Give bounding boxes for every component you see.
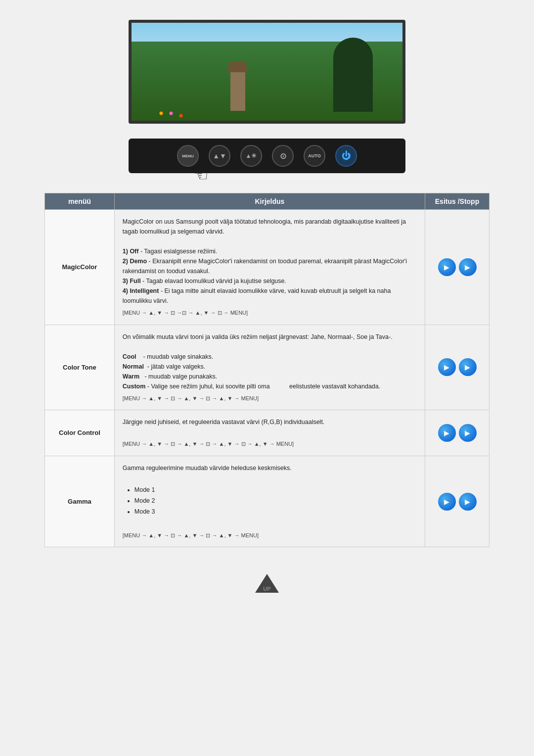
table-row: Color Tone On võimalik muuta värvi tooni… [45,325,490,410]
monitor-image [129,20,405,124]
desc-colortone: On võimalik muuta värvi tooni ja valida … [114,325,425,410]
up-button-area: UP [253,572,281,595]
action-colortone: ▶ ▶ [425,325,490,410]
menu-item-colorcontrol: Color Control [45,410,115,456]
col-header-desc: Kirjeldus [114,193,425,210]
menu-button[interactable]: MENU [177,145,199,167]
menu-item-colortone: Color Tone [45,325,115,410]
table-row: MagicColor MagicColor on uus Samsungi po… [45,210,490,325]
play-button[interactable]: ▶ [438,493,456,511]
menu-item-gamma: Gamma [45,456,115,547]
action-magiccolor: ▶ ▶ [425,210,490,325]
stop-button[interactable]: ▶ [459,424,477,442]
play-stop-buttons[interactable]: ▶ ▶ [433,258,481,276]
finger-pointer-icon: ☞ [193,165,209,186]
menu-item-magiccolor: MagicColor [45,210,115,325]
brightness-button[interactable]: ▲☀ [240,145,262,167]
up-button[interactable]: UP [253,572,281,595]
desc-gamma: Gamma reguleerimine muudab värvide heled… [114,456,425,547]
list-item: Mode 2 [134,496,417,506]
svg-text:UP: UP [263,586,270,592]
stop-button[interactable]: ▶ [459,358,477,376]
gamma-modes-list: Mode 1 Mode 2 Mode 3 [123,485,417,517]
feature-table: menüü Kirjeldus Esitus /Stopp MagicColor… [44,193,490,547]
control-panel: MENU ▲▼ ▲☀ ⊙ AUTO ⏻ ☞ [129,139,405,173]
desc-colorcontrol: Järgige neid juhiseid, et reguleerida va… [114,410,425,456]
col-header-action: Esitus /Stopp [425,193,490,210]
enter-button[interactable]: ⊙ [272,145,294,167]
play-button[interactable]: ▶ [438,358,456,376]
list-item: Mode 1 [134,485,417,495]
play-stop-buttons[interactable]: ▶ ▶ [433,424,481,442]
nav-button[interactable]: ▲▼ [209,145,230,167]
stop-button[interactable]: ▶ [459,493,477,511]
list-item: Mode 3 [134,507,417,517]
table-row: Gamma Gamma reguleerimine muudab värvide… [45,456,490,547]
action-gamma: ▶ ▶ [425,456,490,547]
desc-magiccolor: MagicColor on uus Samsungi poolt välja t… [114,210,425,325]
action-colorcontrol: ▶ ▶ [425,410,490,456]
play-stop-buttons[interactable]: ▶ ▶ [433,358,481,376]
play-stop-buttons[interactable]: ▶ ▶ [433,493,481,511]
play-button[interactable]: ▶ [438,258,456,276]
auto-button[interactable]: AUTO [304,145,325,167]
up-arrow-icon: UP [253,572,281,595]
stop-button[interactable]: ▶ [459,258,477,276]
play-button[interactable]: ▶ [438,424,456,442]
power-button[interactable]: ⏻ [335,145,357,167]
col-header-menu: menüü [45,193,115,210]
table-row: Color Control Järgige neid juhiseid, et … [45,410,490,456]
